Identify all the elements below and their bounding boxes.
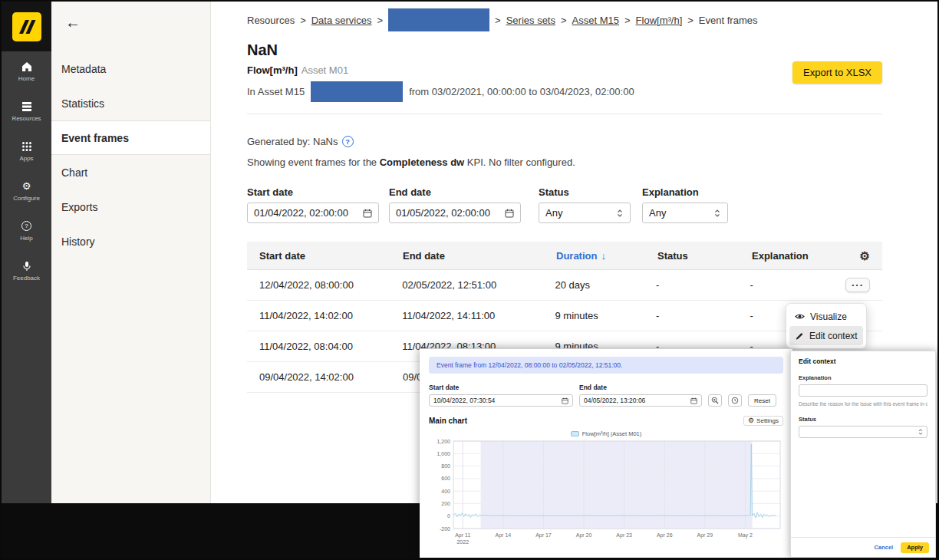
end-date-value: 01/05/2022, 02:00:00: [396, 207, 490, 219]
page-subtitle: Flow[m³/h]Asset M01: [247, 64, 882, 76]
sidebar-item-history[interactable]: History: [51, 224, 210, 259]
svg-text:Apr 29: Apr 29: [697, 532, 713, 539]
home-icon: [21, 61, 32, 72]
chart-end-date-value: 04/05/2022, 13:20:06: [584, 397, 645, 404]
col-header-status[interactable]: Status: [657, 250, 752, 262]
status-value: Any: [545, 207, 562, 219]
rail-item-apps[interactable]: Apps: [2, 131, 51, 171]
reset-zoom-button[interactable]: Reset: [748, 394, 776, 407]
cell-duration: 20 days: [555, 279, 655, 291]
rail-item-label: Help: [20, 235, 32, 242]
series-name: Flow[m³/h]: [247, 64, 298, 76]
chart-start-date-input[interactable]: 10/04/2022, 07:30:54: [429, 394, 573, 407]
breadcrumb-tag[interactable]: Flow[m³/h]: [636, 15, 683, 26]
svg-text:-200: -200: [440, 526, 450, 532]
apply-button[interactable]: Apply: [901, 542, 929, 553]
end-date-label: End date: [389, 186, 521, 198]
sort-desc-icon: ↓: [601, 250, 606, 262]
export-xlsx-button[interactable]: Export to XLSX: [792, 61, 882, 84]
sidebar-item-statistics[interactable]: Statistics: [51, 86, 210, 120]
generated-by-line: Generated by: NaNs ?: [247, 136, 882, 147]
sidebar-item-event-frames[interactable]: Event frames: [51, 120, 210, 155]
col-header-explanation[interactable]: Explanation: [752, 250, 848, 262]
col-header-end-date[interactable]: End date: [403, 250, 556, 262]
svg-text:Apr 17: Apr 17: [535, 532, 552, 539]
status-select[interactable]: [799, 426, 927, 438]
event-frame-chart-panel: Event frame from 12/04/2022, 08:00:00 to…: [420, 348, 792, 558]
svg-text:800: 800: [441, 463, 450, 469]
chart-start-date-value: 10/04/2022, 07:30:54: [433, 397, 495, 404]
chevron-updown-icon: [918, 428, 924, 436]
table-row[interactable]: 12/04/2022, 08:00:00 02/05/2022, 12:51:0…: [247, 270, 882, 301]
breadcrumb-current: Event frames: [699, 15, 758, 26]
calendar-icon: [562, 397, 568, 404]
svg-text:600: 600: [441, 476, 450, 481]
explanation-select[interactable]: Any: [642, 203, 728, 223]
start-date-input[interactable]: 01/04/2022, 02:00:00: [247, 203, 379, 223]
rail-item-label: Apps: [19, 155, 33, 162]
gear-icon: ⚙: [22, 180, 31, 192]
cell-start-date: 09/04/2022, 14:02:00: [259, 371, 403, 383]
rail-item-resources[interactable]: Resources: [2, 91, 51, 131]
context-suffix: from 03/02/2021, 00:00:00 to 03/04/2023,…: [409, 86, 634, 97]
event-frame-banner: Event frame from 12/04/2022, 08:00:00 to…: [429, 357, 783, 374]
clock-icon: [731, 397, 739, 404]
redacted-context-item: [311, 81, 403, 102]
status-label: Status: [539, 186, 631, 198]
end-date-input[interactable]: 01/05/2022, 02:00:00: [389, 203, 521, 223]
breadcrumb-resources[interactable]: Resources: [247, 15, 295, 26]
redacted-breadcrumb-item[interactable]: [388, 8, 489, 31]
chart-legend[interactable]: Flow[m³/h] (Asset M01): [429, 430, 783, 437]
rail-item-label: Resources: [12, 115, 41, 122]
svg-text:Apr 26: Apr 26: [657, 532, 673, 539]
rail-item-help[interactable]: ? Help: [2, 211, 51, 251]
eye-icon: [795, 312, 805, 321]
zoom-history-button[interactable]: [728, 394, 742, 407]
filter-explanation: Explanation Any: [642, 186, 728, 223]
sidebar-item-metadata[interactable]: Metadata: [51, 51, 210, 86]
series-context-line: In Asset M15 from 03/02/2021, 00:00:00 t…: [247, 80, 882, 103]
edit-context-footer: Cancel Apply: [791, 537, 935, 557]
brand-logo[interactable]: [2, 2, 51, 51]
breadcrumb-separator: >: [624, 15, 631, 26]
chart-end-date-input[interactable]: 04/05/2022, 13:20:06: [579, 394, 702, 407]
help-circle-icon[interactable]: ?: [342, 136, 354, 147]
showing-prefix: Showing event frames for the: [247, 156, 380, 168]
chart-settings-label: Settings: [756, 417, 779, 424]
filter-status: Status Any: [539, 186, 631, 223]
showing-line: Showing event frames for the Completenes…: [247, 156, 882, 168]
rail-item-feedback[interactable]: Feedback: [2, 251, 51, 291]
zoom-in-button[interactable]: [708, 394, 722, 407]
breadcrumb-series-sets[interactable]: Series sets: [506, 15, 555, 26]
main-chart-svg[interactable]: -20002004006008001,0001,200Apr 112022Apr…: [429, 438, 783, 555]
breadcrumb-data-services[interactable]: Data services: [311, 15, 372, 26]
explanation-input[interactable]: [799, 384, 927, 397]
calendar-icon: [363, 209, 372, 218]
cell-start-date: 11/04/2022, 14:02:00: [259, 310, 402, 321]
chart-settings-button[interactable]: ⚙ Settings: [743, 416, 783, 426]
apps-icon: [21, 140, 32, 152]
svg-text:400: 400: [441, 489, 450, 494]
sidebar-item-exports[interactable]: Exports: [51, 189, 210, 224]
rail-item-home[interactable]: Home: [2, 51, 51, 91]
menu-item-visualize[interactable]: Visualize: [789, 307, 863, 326]
svg-text:1,200: 1,200: [437, 439, 450, 444]
sidebar-item-chart[interactable]: Chart: [51, 155, 210, 189]
start-date-label: Start date: [247, 186, 379, 198]
menu-item-edit-context[interactable]: Edit context: [789, 326, 863, 345]
cell-end-date: 02/05/2022, 12:51:00: [402, 279, 555, 291]
rail-item-configure[interactable]: ⚙ Configure: [2, 171, 51, 211]
secondary-sidebar: ← Metadata Statistics Event frames Chart…: [51, 2, 211, 503]
cancel-button[interactable]: Cancel: [875, 544, 894, 551]
row-actions-button[interactable]: ···: [845, 278, 870, 292]
back-arrow-icon[interactable]: ←: [65, 14, 81, 31]
table-columns-gear-icon[interactable]: ⚙: [860, 250, 870, 262]
breadcrumb-asset[interactable]: Asset M15: [572, 15, 619, 26]
col-header-duration[interactable]: Duration ↓: [556, 250, 657, 262]
status-select[interactable]: Any: [539, 203, 631, 223]
legend-swatch: [571, 431, 579, 436]
breadcrumb-separator: >: [561, 15, 567, 26]
chart-start-date-group: Start date 10/04/2022, 07:30:54: [429, 384, 573, 407]
col-header-start-date[interactable]: Start date: [259, 250, 403, 262]
cell-end-date: 11/04/2022, 14:11:00: [402, 310, 555, 321]
